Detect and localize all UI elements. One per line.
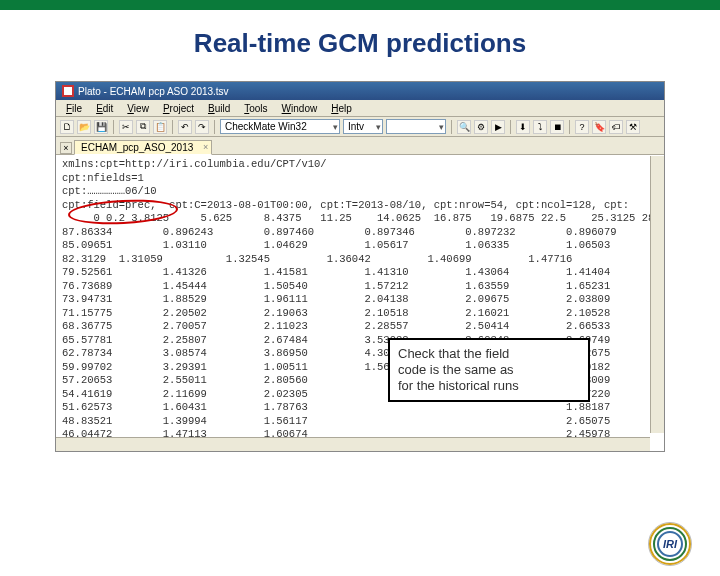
step-over-icon[interactable]: ⤵ (533, 120, 547, 134)
menu-edit[interactable]: Edit (90, 102, 119, 114)
toolbar-separator (172, 120, 173, 134)
code-line: 85.09651 1.03110 1.04629 1.05617 1.06335… (62, 239, 658, 253)
toolbar-separator (214, 120, 215, 134)
copy-icon[interactable]: ⧉ (136, 120, 150, 134)
code-line: 48.83521 1.39994 1.56117 2.65075 (62, 415, 658, 429)
mode-combo[interactable]: Intv (343, 119, 383, 134)
stop-icon[interactable]: ⏹ (550, 120, 564, 134)
callout-line: code is the same as (398, 362, 580, 378)
code-line: 82.3129 1.31059 1.32545 1.36042 1.40699 … (62, 253, 658, 267)
horizontal-scrollbar[interactable] (56, 437, 650, 451)
new-file-icon[interactable]: 🗋 (60, 120, 74, 134)
settings-icon[interactable]: ⚒ (626, 120, 640, 134)
open-file-icon[interactable]: 📂 (77, 120, 91, 134)
tag-icon[interactable]: 🏷 (609, 120, 623, 134)
toolbar-separator (113, 120, 114, 134)
code-line: cpt:field=prec, cpt:C=2013-08-01T00:00, … (62, 199, 658, 213)
slide-top-bar (0, 0, 720, 10)
menubar[interactable]: File Edit View Project Build Tools Windo… (56, 100, 664, 117)
svg-rect-1 (64, 87, 72, 95)
code-line: 68.36775 2.70057 2.11023 2.28557 2.50414… (62, 320, 658, 334)
tab-bar: × ECHAM_pcp_ASO_2013 × (56, 137, 664, 155)
titlebar: Plato - ECHAM pcp ASO 2013.tsv (56, 82, 664, 100)
toolbar-separator (510, 120, 511, 134)
file-tab[interactable]: ECHAM_pcp_ASO_2013 × (74, 140, 212, 155)
close-all-tabs-icon[interactable]: × (60, 142, 72, 154)
menu-window[interactable]: Window (276, 102, 324, 114)
config-combo[interactable]: CheckMate Win32 (220, 119, 340, 134)
help-icon[interactable]: ? (575, 120, 589, 134)
code-line: xmlns:cpt=http://iri.columbia.edu/CPT/v1… (62, 158, 658, 172)
editor-area[interactable]: xmlns:cpt=http://iri.columbia.edu/CPT/v1… (56, 155, 664, 451)
window-title: Plato - ECHAM pcp ASO 2013.tsv (78, 86, 229, 97)
toolbar-separator (451, 120, 452, 134)
undo-icon[interactable]: ↶ (178, 120, 192, 134)
iri-logo: IRI (648, 522, 692, 566)
code-line: 0 0.2 3.8125 5.625 8.4375 11.25 14.0625 … (62, 212, 658, 226)
app-window: Plato - ECHAM pcp ASO 2013.tsv File Edit… (55, 81, 665, 452)
redo-icon[interactable]: ↷ (195, 120, 209, 134)
menu-help[interactable]: Help (325, 102, 358, 114)
code-line: 71.15775 2.20502 2.19063 2.10518 2.16021… (62, 307, 658, 321)
cut-icon[interactable]: ✂ (119, 120, 133, 134)
toolbar: 🗋 📂 💾 ✂ ⧉ 📋 ↶ ↷ CheckMate Win32 Intv 🔍 ⚙… (56, 117, 664, 137)
code-line: 76.73689 1.45444 1.50540 1.57212 1.63559… (62, 280, 658, 294)
code-line: 73.94731 1.88529 1.96111 2.04138 2.09675… (62, 293, 658, 307)
menu-project[interactable]: Project (157, 102, 200, 114)
close-tab-icon[interactable]: × (203, 142, 208, 152)
code-line: cpt:………………06/10 (62, 185, 658, 199)
code-line: 51.62573 1.60431 1.78763 1.88187 (62, 401, 658, 415)
menu-build[interactable]: Build (202, 102, 236, 114)
toolbar-separator (569, 120, 570, 134)
find-icon[interactable]: 🔍 (457, 120, 471, 134)
callout-line: for the historical runs (398, 378, 580, 394)
run-icon[interactable]: ▶ (491, 120, 505, 134)
menu-view[interactable]: View (121, 102, 155, 114)
paste-icon[interactable]: 📋 (153, 120, 167, 134)
annotation-callout: Check that the field code is the same as… (388, 338, 590, 402)
callout-line: Check that the field (398, 346, 580, 362)
tab-label: ECHAM_pcp_ASO_2013 (81, 142, 193, 153)
empty-combo[interactable] (386, 119, 446, 134)
bookmark-icon[interactable]: 🔖 (592, 120, 606, 134)
save-icon[interactable]: 💾 (94, 120, 108, 134)
code-line: cpt:nfields=1 (62, 172, 658, 186)
slide-title: Real-time GCM predictions (0, 10, 720, 81)
code-line: 79.52561 1.41326 1.41581 1.41310 1.43064… (62, 266, 658, 280)
step-in-icon[interactable]: ⬇ (516, 120, 530, 134)
menu-file[interactable]: File (60, 102, 88, 114)
build-icon[interactable]: ⚙ (474, 120, 488, 134)
menu-tools[interactable]: Tools (238, 102, 273, 114)
logo-text: IRI (663, 538, 677, 550)
code-line: 87.86334 0.896243 0.897460 0.897346 0.89… (62, 226, 658, 240)
app-icon (62, 85, 74, 97)
vertical-scrollbar[interactable] (650, 156, 664, 433)
